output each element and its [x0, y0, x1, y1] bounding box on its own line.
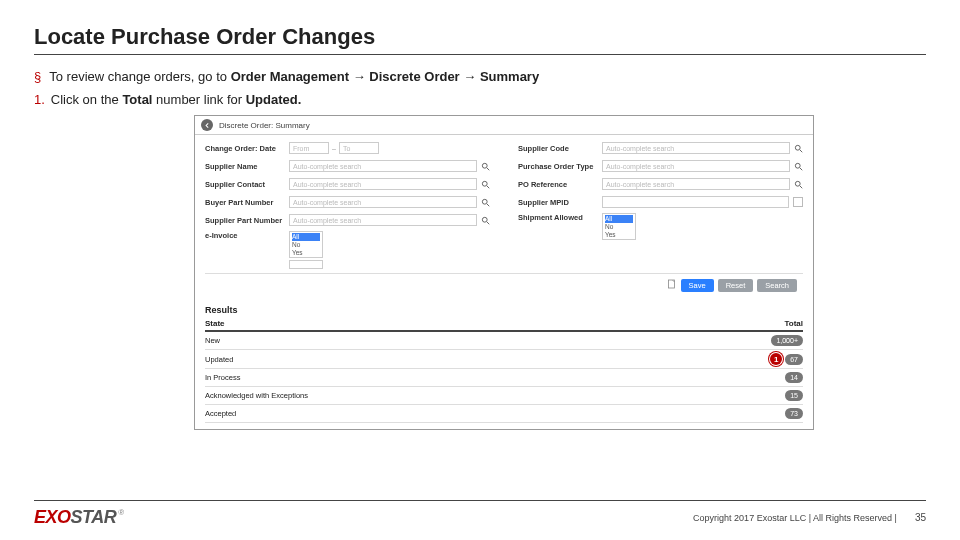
label-supplier-code: Supplier Code [518, 144, 602, 153]
save-button[interactable]: Save [681, 279, 714, 292]
step-marker-1: 1 [770, 353, 782, 365]
svg-point-2 [482, 181, 487, 186]
back-icon[interactable] [201, 119, 213, 131]
svg-line-5 [487, 204, 489, 206]
page-title: Locate Purchase Order Changes [34, 24, 926, 55]
total-link[interactable]: 14 [785, 372, 803, 383]
svg-line-11 [800, 168, 802, 170]
supplier-name-input[interactable]: Auto-complete search [289, 160, 477, 172]
label-supplier-name: Supplier Name [205, 162, 289, 171]
svg-point-12 [795, 181, 800, 186]
intro-bullet: § To review change orders, go to Order M… [34, 69, 926, 84]
supplier-code-input[interactable]: Auto-complete search [602, 142, 790, 154]
label-einvoice: e-Invoice [205, 231, 289, 240]
screenshot-title: Discrete Order: Summary [219, 121, 310, 130]
label-change-date: Change Order: Date [205, 144, 289, 153]
total-link[interactable]: 73 [785, 408, 803, 419]
einvoice-extra[interactable] [289, 260, 323, 269]
search-icon[interactable] [481, 162, 490, 171]
svg-point-0 [482, 163, 487, 168]
svg-line-3 [487, 186, 489, 188]
einvoice-listbox[interactable]: All No Yes [289, 231, 323, 258]
search-icon[interactable] [481, 216, 490, 225]
reset-button[interactable]: Reset [718, 279, 754, 292]
document-icon[interactable] [667, 279, 677, 289]
supplier-contact-input[interactable]: Auto-complete search [289, 178, 477, 190]
label-po-ref: PO Reference [518, 180, 602, 189]
search-button[interactable]: Search [757, 279, 797, 292]
search-icon[interactable] [794, 162, 803, 171]
po-ref-input[interactable]: Auto-complete search [602, 178, 790, 190]
po-type-input[interactable]: Auto-complete search [602, 160, 790, 172]
svg-line-7 [487, 222, 489, 224]
from-input[interactable]: From [289, 142, 329, 154]
total-link[interactable]: 1,000+ [771, 335, 803, 346]
svg-line-9 [800, 150, 802, 152]
copyright-text: Copyright 2017 Exostar LLC | All Rights … [693, 513, 897, 523]
svg-line-1 [487, 168, 489, 170]
label-ship-allowed: Shipment Allowed [518, 213, 602, 222]
table-row: New 1,000+ [205, 332, 803, 350]
table-row: In Process 14 [205, 369, 803, 387]
app-screenshot: Discrete Order: Summary Change Order: Da… [194, 115, 814, 430]
search-icon[interactable] [794, 180, 803, 189]
search-icon[interactable] [481, 198, 490, 207]
label-buyer-part: Buyer Part Number [205, 198, 289, 207]
svg-point-6 [482, 217, 487, 222]
col-total: Total [784, 319, 803, 328]
supplier-part-input[interactable]: Auto-complete search [289, 214, 477, 226]
label-supplier-mpid: Supplier MPID [518, 198, 602, 207]
bullet-marker: § [34, 69, 41, 84]
search-icon[interactable] [481, 180, 490, 189]
table-row: Accepted 73 [205, 405, 803, 423]
col-state: State [205, 319, 225, 328]
total-link[interactable]: 15 [785, 390, 803, 401]
label-po-type: Purchase Order Type [518, 162, 602, 171]
svg-line-13 [800, 186, 802, 188]
total-link-updated[interactable]: 67 [785, 354, 803, 365]
svg-point-8 [795, 145, 800, 150]
label-supplier-contact: Supplier Contact [205, 180, 289, 189]
search-icon[interactable] [794, 144, 803, 153]
step-1: 1. Click on the Total number link for Up… [34, 92, 926, 107]
step-number: 1. [34, 92, 45, 107]
copy-icon[interactable] [793, 197, 803, 207]
svg-point-4 [482, 199, 487, 204]
svg-point-10 [795, 163, 800, 168]
screenshot-header: Discrete Order: Summary [195, 116, 813, 135]
table-row: Acknowledged with Exceptions 15 [205, 387, 803, 405]
table-row: Updated 1 67 [205, 350, 803, 369]
label-supplier-part: Supplier Part Number [205, 216, 289, 225]
supplier-mpid-input[interactable] [602, 196, 789, 208]
results-heading: Results [205, 305, 803, 315]
to-input[interactable]: To [339, 142, 379, 154]
buyer-part-input[interactable]: Auto-complete search [289, 196, 477, 208]
page-number: 35 [915, 512, 926, 523]
ship-allowed-listbox[interactable]: All No Yes [602, 213, 636, 240]
exostar-logo: EXOSTAR® [34, 507, 124, 528]
